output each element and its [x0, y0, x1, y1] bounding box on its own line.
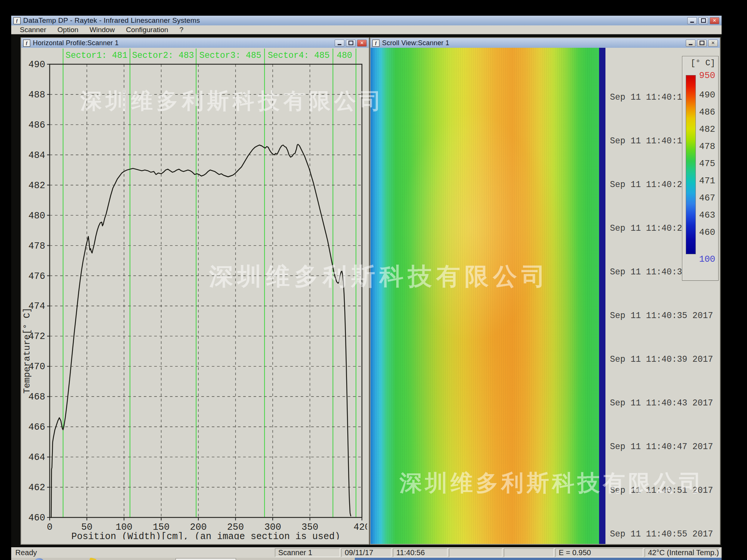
status-cell: 11:40:56 [393, 548, 447, 557]
y-tick-label: 466 [28, 422, 45, 433]
status-cell: E = 0.950 [555, 548, 643, 557]
menu-item-[interactable]: ? [174, 26, 189, 34]
menu-item-configuration[interactable]: Configuration [120, 26, 174, 34]
scale-tick-label: 482 [696, 124, 715, 134]
temperature-color-scale: [° C] 950490486482478475471467463460100 [682, 56, 719, 281]
quicklaunch-icon[interactable] [88, 558, 97, 560]
x-tick-label: 420 [353, 522, 367, 533]
minimize-button[interactable] [687, 17, 697, 24]
scan-timestamp: Sep 11 11:40:43 2017 [610, 398, 713, 408]
scan-timestamp: Sep 11 11:40:47 2017 [610, 442, 713, 452]
scan-timestamp: Sep 11 11:40:51 2017 [610, 486, 713, 495]
sector-label: Sector2: 483 [132, 51, 194, 60]
scroll-restore-button[interactable] [697, 40, 707, 47]
y-tick-label: 462 [28, 482, 45, 493]
profile-window-title: Horizontal Profile:Scanner 1 [33, 39, 119, 47]
taskbar [11, 558, 722, 560]
monitor-screen: ƒ DataTemp DP - Raytek - Infrared Linesc… [11, 16, 722, 560]
profile-window: ƒ Horizontal Profile:Scanner 1 ✕ Sector1… [21, 37, 369, 545]
profile-minimize-button[interactable] [335, 40, 344, 47]
scroll-window-icon: ƒ [372, 40, 379, 47]
thermal-scan-image [371, 48, 599, 544]
scale-tick-label: 460 [696, 227, 715, 237]
scale-tick-label: 471 [696, 176, 715, 186]
status-ready: Ready [12, 548, 273, 557]
status-cell: 09/11/17 [341, 548, 391, 557]
y-tick-label: 476 [28, 271, 45, 282]
menu-item-scanner[interactable]: Scanner [14, 26, 52, 34]
sector-label: Sector3: 485 [199, 51, 261, 60]
scroll-window: ƒ Scroll View:Scanner 1 ✕ Sep 11 11:40:1… [370, 37, 720, 545]
y-tick-label: 480 [28, 211, 45, 221]
y-tick-label: 486 [28, 120, 45, 131]
sector-label: 480 [337, 51, 352, 60]
menu-bar: ScannerOptionWindowConfiguration? [11, 25, 722, 34]
app-title: DataTemp DP - Raytek - Infrared Linescan… [23, 16, 200, 25]
profile-chart-area: Sector1: 481Sector2: 483Sector3: 485Sect… [21, 48, 369, 544]
scroll-view-area: Sep 11 11:40:15 201Sep 11 11:40:19 201Se… [371, 48, 720, 544]
scan-timestamp: Sep 11 11:40:35 2017 [610, 311, 713, 321]
menu-item-window[interactable]: Window [84, 26, 121, 34]
y-axis-title: Temperature[° C] [22, 308, 32, 393]
status-cell [504, 548, 554, 557]
status-cell: Scanner 1 [275, 548, 340, 557]
profile-close-button[interactable]: ✕ [357, 40, 367, 47]
x-tick-label: 0 [47, 522, 52, 533]
app-icon: ƒ [13, 17, 21, 24]
sector-label: Sector4: 485 [268, 51, 330, 60]
y-tick-label: 478 [28, 241, 45, 252]
main-titlebar[interactable]: ƒ DataTemp DP - Raytek - Infrared Linesc… [11, 16, 722, 25]
y-tick-label: 490 [28, 59, 45, 70]
taskbar-window-button[interactable] [176, 558, 236, 560]
scale-max-label: 950 [696, 71, 715, 81]
scale-tick-label: 486 [696, 107, 715, 117]
y-tick-label: 460 [28, 513, 45, 523]
plot-border [50, 64, 362, 517]
y-tick-label: 484 [28, 150, 45, 161]
temperature-profile-chart: Sector1: 481Sector2: 483Sector3: 485Sect… [21, 48, 367, 539]
scan-edge-stripe [599, 48, 605, 544]
mdi-area: ƒ Horizontal Profile:Scanner 1 ✕ Sector1… [11, 34, 722, 547]
close-button[interactable]: ✕ [710, 17, 719, 24]
y-tick-label: 482 [28, 180, 45, 191]
scale-tick-label: 475 [696, 159, 715, 169]
scroll-titlebar[interactable]: ƒ Scroll View:Scanner 1 ✕ [371, 38, 720, 48]
scroll-minimize-button[interactable] [686, 40, 695, 47]
scale-min-label: 100 [696, 254, 715, 264]
start-button[interactable] [34, 558, 45, 560]
profile-titlebar[interactable]: ƒ Horizontal Profile:Scanner 1 ✕ [21, 38, 369, 48]
scale-tick-label: 478 [696, 141, 715, 152]
status-cell [449, 548, 502, 557]
restore-button[interactable] [698, 17, 708, 24]
y-tick-label: 464 [28, 452, 45, 463]
temperature-curve [51, 144, 351, 518]
profile-window-icon: ƒ [23, 40, 30, 47]
scale-tick-label: 490 [696, 90, 715, 100]
scan-timestamp: Sep 11 11:40:55 2017 [610, 529, 713, 539]
color-scale-unit: [° C] [691, 59, 715, 68]
scroll-window-title: Scroll View:Scanner 1 [382, 39, 449, 47]
scroll-close-button[interactable]: ✕ [708, 40, 718, 47]
color-scale-gradient-bar [686, 75, 696, 254]
status-bar: Ready Scanner 109/11/1711:40:56E = 0.950… [11, 547, 722, 558]
scan-timestamp: Sep 11 11:40:39 2017 [610, 355, 713, 364]
profile-restore-button[interactable] [346, 40, 356, 47]
y-tick-label: 488 [28, 90, 45, 100]
sector-label: Sector1: 481 [66, 51, 128, 60]
scale-tick-label: 467 [696, 193, 715, 203]
x-axis-title: Position (Width)[cm], (an image section … [71, 531, 340, 539]
scale-tick-label: 463 [696, 210, 715, 220]
taskbar-strip [355, 558, 722, 560]
status-cell: 42°C (Internal Temp.) [645, 548, 719, 557]
menu-item-option[interactable]: Option [52, 26, 84, 34]
